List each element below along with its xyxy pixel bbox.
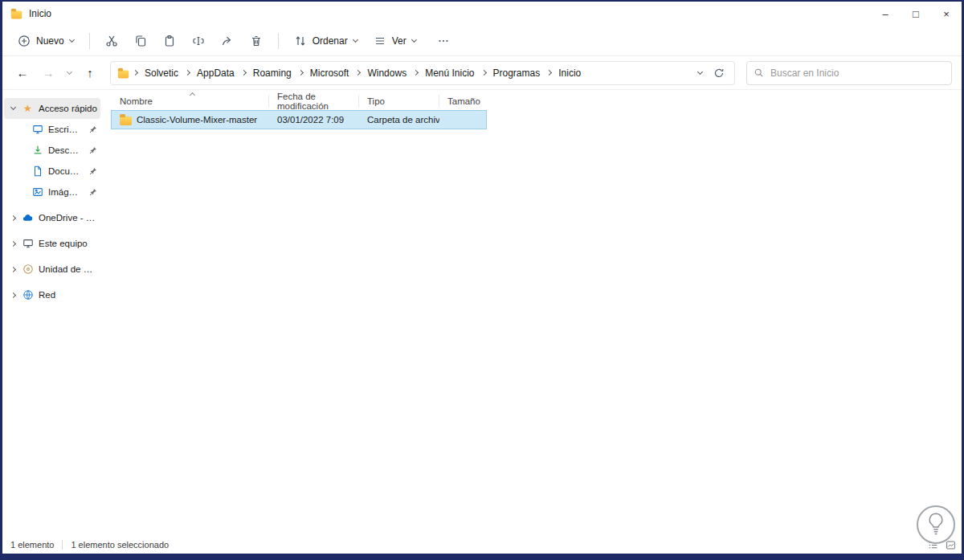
maximize-button[interactable]: □ xyxy=(901,2,931,26)
new-button[interactable]: Nuevo xyxy=(10,30,81,52)
sidebar-item-pictures[interactable]: Imágenes xyxy=(4,182,100,202)
chevron-down-icon[interactable] xyxy=(9,108,17,109)
explorer-window: Inicio – □ × Nuevo xyxy=(2,2,962,554)
chevron-right-icon[interactable] xyxy=(9,216,17,220)
sidebar-item-label: Descargas xyxy=(48,145,80,155)
sidebar-item-this-pc[interactable]: Este equipo xyxy=(4,233,100,254)
address-bar[interactable]: Solvetic AppData Roaming Microsoft Windo… xyxy=(110,61,735,85)
sidebar-item-dvd-drive[interactable]: Unidad de DVD (D:) xyxy=(4,259,100,280)
column-header-label: Tipo xyxy=(367,96,385,106)
titlebar: Inicio – □ × xyxy=(2,2,962,26)
sidebar-item-desktop[interactable]: Escritorio xyxy=(4,119,100,140)
lightbulb-icon xyxy=(926,512,946,538)
refresh-button[interactable] xyxy=(710,63,728,83)
chevron-right-icon[interactable] xyxy=(9,242,17,246)
sidebar-item-quick-access[interactable]: ★ Acceso rápido xyxy=(4,98,100,119)
item-count: 1 elemento xyxy=(10,540,54,550)
close-button[interactable]: × xyxy=(931,2,962,26)
breadcrumb-separator xyxy=(411,71,420,75)
column-header-label: Nombre xyxy=(120,96,153,106)
back-button[interactable]: ← xyxy=(12,63,33,84)
breadcrumb-separator xyxy=(183,71,192,75)
view-button-label: Ver xyxy=(392,35,406,47)
column-header-name[interactable]: Nombre xyxy=(112,95,269,108)
location-folder-icon xyxy=(118,70,129,78)
share-icon xyxy=(221,35,234,47)
sidebar-item-label: Red xyxy=(39,290,55,300)
download-icon xyxy=(31,145,43,156)
sort-arrows-icon xyxy=(294,35,307,47)
onedrive-cloud-icon xyxy=(22,212,34,224)
sidebar-item-label: Acceso rápido xyxy=(39,104,97,113)
address-dropdown-button[interactable] xyxy=(691,63,709,83)
file-name-cell: Classic-Volume-Mixer-master xyxy=(112,114,269,125)
paste-button[interactable] xyxy=(156,29,183,53)
search-icon xyxy=(754,67,764,78)
sort-button[interactable]: Ordenar xyxy=(287,30,365,52)
breadcrumb-item[interactable]: Menú Inicio xyxy=(422,64,477,82)
column-header-size[interactable]: Tamaño xyxy=(439,95,486,108)
sidebar-item-documents[interactable]: Documentos xyxy=(4,161,100,182)
chevron-right-icon[interactable] xyxy=(9,268,17,272)
delete-button[interactable] xyxy=(243,29,270,53)
file-name: Classic-Volume-Mixer-master xyxy=(137,115,257,125)
toolbar-divider xyxy=(278,33,279,49)
breadcrumb-separator xyxy=(480,71,488,75)
copy-icon xyxy=(134,35,147,47)
window-controls: – □ × xyxy=(870,2,962,26)
computer-icon xyxy=(22,238,34,249)
picture-icon xyxy=(31,186,43,198)
breadcrumb-separator xyxy=(131,71,140,75)
folder-icon xyxy=(11,11,22,19)
more-options-button[interactable] xyxy=(430,29,457,53)
toolbar-divider xyxy=(89,33,90,49)
breadcrumb-item[interactable]: AppData xyxy=(194,64,238,82)
pin-icon xyxy=(89,188,97,196)
breadcrumb-item[interactable]: Solvetic xyxy=(141,64,182,82)
sidebar-item-network[interactable]: Red xyxy=(4,284,100,305)
search-input[interactable] xyxy=(770,67,945,79)
chevron-right-icon[interactable] xyxy=(9,293,17,297)
column-header-label: Fecha de modificación xyxy=(277,92,358,111)
breadcrumb-item[interactable]: Programas xyxy=(490,64,544,82)
sidebar-item-label: Unidad de DVD (D:) xyxy=(39,264,97,274)
app-body: ★ Acceso rápido Escritorio Descargas xyxy=(2,90,962,536)
sidebar-item-label: Este equipo xyxy=(39,239,88,248)
file-type-cell: Carpeta de archivos xyxy=(359,115,439,125)
view-lines-icon xyxy=(374,35,386,47)
minimize-button[interactable]: – xyxy=(870,2,901,26)
breadcrumb-item[interactable]: Inicio xyxy=(555,64,584,82)
sidebar-item-onedrive[interactable]: OneDrive - Personal xyxy=(4,207,100,228)
up-button[interactable]: ↑ xyxy=(80,63,100,84)
table-row[interactable]: Classic-Volume-Mixer-master 03/01/2022 7… xyxy=(112,111,486,129)
breadcrumb-item[interactable]: Microsoft xyxy=(307,64,353,82)
breadcrumb-separator xyxy=(353,71,362,75)
selection-count: 1 elemento seleccionado xyxy=(71,540,169,550)
forward-button[interactable]: → xyxy=(38,63,59,84)
sidebar-item-downloads[interactable]: Descargas xyxy=(4,140,100,161)
pin-icon xyxy=(89,167,97,175)
cut-button[interactable] xyxy=(98,29,125,53)
clipboard-icon xyxy=(163,35,176,47)
rename-button[interactable] xyxy=(185,29,212,53)
table-header-row: Nombre Fecha de modificación Tipo Tamaño xyxy=(112,92,486,111)
tip-highlight-circle xyxy=(917,505,955,544)
trash-icon xyxy=(250,35,263,47)
history-dropdown-button[interactable] xyxy=(63,63,75,84)
status-bar: 1 elemento 1 elemento seleccionado xyxy=(2,536,962,554)
network-globe-icon xyxy=(22,289,34,300)
column-header-type[interactable]: Tipo xyxy=(359,95,439,108)
share-button[interactable] xyxy=(214,29,241,53)
copy-button[interactable] xyxy=(127,29,154,53)
sidebar-item-label: Documentos xyxy=(48,166,80,176)
star-icon: ★ xyxy=(22,103,34,114)
column-header-modified[interactable]: Fecha de modificación xyxy=(269,95,359,108)
breadcrumb-item[interactable]: Windows xyxy=(364,64,410,82)
file-modified-cell: 03/01/2022 7:09 xyxy=(269,115,359,125)
breadcrumb-item[interactable]: Roaming xyxy=(250,64,295,82)
rename-icon xyxy=(192,35,205,47)
column-header-label: Tamaño xyxy=(447,96,480,106)
sidebar-item-label: Escritorio xyxy=(48,125,80,134)
view-button[interactable]: Ver xyxy=(366,30,423,52)
search-box[interactable] xyxy=(746,61,952,85)
